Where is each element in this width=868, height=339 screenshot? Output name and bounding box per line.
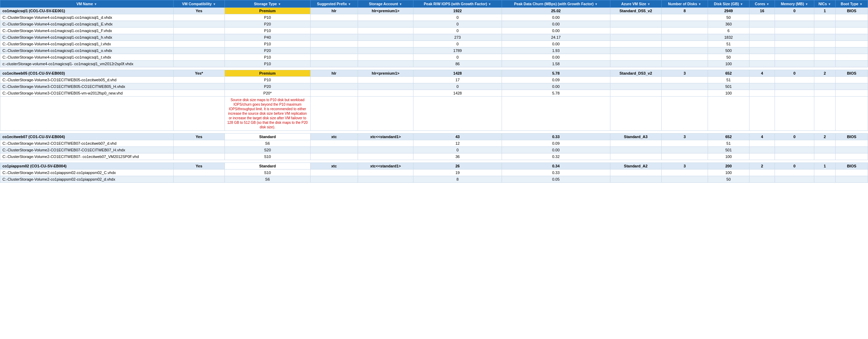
- disk-cell-prefix: [310, 170, 358, 176]
- disk-cell-compat: [173, 41, 224, 47]
- header-storage_type[interactable]: Storage Type▼: [224, 0, 310, 8]
- disk-cell-iops: 0: [413, 147, 502, 153]
- disk-cell-boot: [836, 61, 868, 67]
- header-nics[interactable]: NICs▼: [814, 0, 835, 8]
- disk-cell-compat: [173, 170, 224, 176]
- vm-cell-boot: BIOS: [836, 134, 868, 140]
- header-account[interactable]: Storage Account▼: [358, 0, 413, 8]
- header-prefix[interactable]: Suggested Prefix▼: [310, 0, 358, 8]
- disk-cell-num_disks: [661, 21, 708, 28]
- disk-cell-memory: [775, 147, 814, 153]
- header-vm_name[interactable]: VM Name▼: [0, 0, 174, 8]
- disk-cell-boot: [836, 90, 868, 97]
- disk-cell-azure_size: [610, 54, 661, 61]
- vm-cell-storage_type: Standard: [224, 134, 310, 140]
- sort-icon: ▼: [647, 2, 650, 6]
- disk-row: C:-ClusterStorage-Volume4-co1magicsql1-c…: [0, 21, 868, 28]
- disk-cell-compat: [173, 153, 224, 160]
- disk-cell-azure_size: [610, 41, 661, 47]
- disk-cell-azure_size: [610, 147, 661, 153]
- header-iops[interactable]: Peak R/W IOPS (with Growth Factor)▼: [413, 0, 502, 8]
- vm-cell-disk_size: 652: [708, 70, 749, 77]
- disk-cell-storage_type: P20: [224, 83, 310, 90]
- header-num_disks[interactable]: Number of Disks▼: [661, 0, 708, 8]
- vm-cell-vm_name: co1magicsql1 (CO1-CU-SV-EE001): [0, 8, 174, 14]
- disk-cell-disk_size: 51: [708, 41, 749, 47]
- vm-cell-azure_size: Standard_DS5_v2: [610, 8, 661, 14]
- disk-cell-vm_name: c:-clusterStorage-volume4-co1magicsql1- …: [0, 61, 174, 67]
- disk-cell-memory: [775, 61, 814, 67]
- disk-cell-vm_name: C:-ClusterStorage-Volume2-CO1ECITWEB07-C…: [0, 147, 174, 153]
- disk-cell-churn: 0.00: [502, 14, 610, 21]
- sort-icon: ▼: [278, 2, 281, 6]
- disk-cell-vm_name: C:-ClusterStorage-Volume3-CO1ECITWEB05-c…: [0, 77, 174, 83]
- disk-cell-prefix: [310, 153, 358, 160]
- header-memory[interactable]: Memory (MB)▼: [775, 0, 814, 8]
- disk-cell-churn: 1.58: [502, 61, 610, 67]
- disk-cell-storage_type: P20*: [224, 90, 310, 97]
- vm-cell-cores: 2: [749, 163, 775, 170]
- header-disk_size[interactable]: Disk Size (GB)▼: [708, 0, 749, 8]
- vm-report-table: VM Name▼VM Compatibility▼Storage Type▼Su…: [0, 0, 868, 186]
- disk-cell-memory: [775, 47, 814, 54]
- sort-icon: ▼: [828, 2, 831, 6]
- disk-cell-storage_type: P10: [224, 14, 310, 21]
- vm-cell-azure_size: Standard_A3: [610, 134, 661, 140]
- disk-cell-account: [358, 147, 413, 153]
- header-compat[interactable]: VM Compatibility▼: [173, 0, 224, 8]
- header-cores[interactable]: Cores▼: [749, 0, 775, 8]
- disk-cell-memory: [775, 83, 814, 90]
- spacer-cell: [0, 131, 868, 134]
- vm-cell-disk_size: 2949: [708, 8, 749, 14]
- disk-cell-nics: [814, 14, 835, 21]
- disk-cell-num_disks: [661, 54, 708, 61]
- disk-cell-iops: 1789: [413, 47, 502, 54]
- header-azure_size[interactable]: Azure VM Size▼: [610, 0, 661, 8]
- disk-cell-num_disks: [661, 28, 708, 34]
- disk-cell-storage_type: S6: [224, 140, 310, 147]
- disk-cell-disk_size: 501: [708, 147, 749, 153]
- disk-cell-nics: [814, 77, 835, 83]
- disk-cell-compat: [173, 77, 224, 83]
- vm-cell-boot: BIOS: [836, 8, 868, 14]
- spacer-row: [0, 160, 868, 163]
- spacer-cell: [0, 67, 868, 70]
- disk-cell-storage_type: S10: [224, 153, 310, 160]
- vm-cell-nics: 2: [814, 134, 835, 140]
- disk-cell-num_disks: [661, 153, 708, 160]
- disk-cell-boot: [836, 153, 868, 160]
- vm-cell-compat: Yes: [173, 163, 224, 170]
- disk-cell-prefix: [310, 90, 358, 97]
- disk-cell-prefix: [310, 54, 358, 61]
- disk-cell-disk_size: 360: [708, 21, 749, 28]
- disk-row: C:-ClusterStorage-Volume4-co1magicsql1-c…: [0, 54, 868, 61]
- vm-cell-prefix: hlr: [310, 70, 358, 77]
- disk-row: C:-ClusterStorage-Volume3-CO1ECITWEB05-c…: [0, 77, 868, 83]
- disk-cell-account: [358, 176, 413, 183]
- header-boot[interactable]: Boot Type▼: [836, 0, 868, 8]
- disk-cell-compat: [173, 28, 224, 34]
- disk-cell-churn: 0.09: [502, 140, 610, 147]
- vm-cell-memory: 0: [775, 70, 814, 77]
- disk-cell-prefix: [310, 147, 358, 153]
- disk-cell-azure_size: [610, 34, 661, 41]
- disk-cell-iops: 0: [413, 21, 502, 28]
- disk-cell-memory: [775, 153, 814, 160]
- spacer-cell: [0, 183, 868, 186]
- header-churn[interactable]: Peak Data Churn (MBps) (with Growth Fact…: [502, 0, 610, 8]
- disk-cell-churn: 0.05: [502, 176, 610, 183]
- disk-cell-churn: 0.00: [502, 147, 610, 153]
- disk-cell-iops: 19: [413, 170, 502, 176]
- disk-cell-memory: [775, 170, 814, 176]
- disk-row: C:-ClusterStorage-Volume2-CO1ECITWEB07-c…: [0, 140, 868, 147]
- disk-cell-iops: 0: [413, 14, 502, 21]
- vm-cell-account: xtc<<standard1>: [358, 163, 413, 170]
- disk-cell-memory: [775, 14, 814, 21]
- disk-cell-storage_type: S6: [224, 176, 310, 183]
- disk-cell-prefix: [310, 83, 358, 90]
- vm-cell-account: xtc<<standard1>: [358, 134, 413, 140]
- disk-cell-boot: [836, 54, 868, 61]
- sort-icon: ▼: [488, 2, 491, 6]
- disk-cell-compat: [173, 90, 224, 97]
- disk-cell-account: [358, 153, 413, 160]
